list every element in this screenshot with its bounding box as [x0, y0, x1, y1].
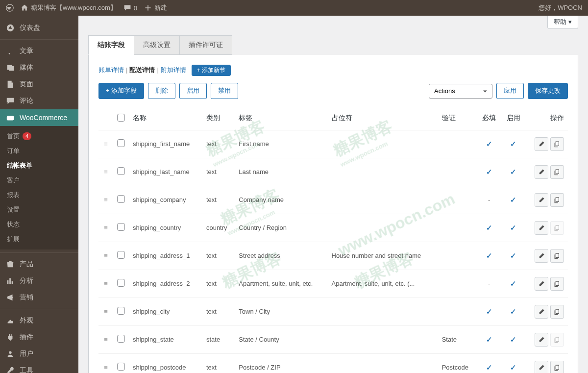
th-name: 名称 [129, 107, 202, 130]
new-link[interactable]: 新建 [144, 3, 167, 12]
table-row: ≡ shipping_address_2 text Apartment, sui… [98, 270, 568, 298]
cell-label: State / County [235, 325, 327, 353]
row-checkbox[interactable] [117, 139, 125, 147]
marketing-icon [6, 293, 15, 302]
table-row: ≡ shipping_company text Company name - ✓ [98, 186, 568, 214]
cell-placeholder [328, 325, 438, 353]
dashboard-icon [6, 24, 15, 32]
cell-enabled: ✓ [501, 242, 526, 270]
edit-button[interactable] [535, 361, 548, 373]
cell-placeholder [328, 186, 438, 214]
row-checkbox[interactable] [117, 195, 125, 203]
menu-item-page[interactable]: 页面 [0, 76, 78, 93]
edit-button[interactable] [535, 249, 548, 263]
cell-validation: State [438, 325, 477, 353]
th-enabled: 启用 [501, 107, 526, 130]
row-checkbox[interactable] [117, 167, 125, 175]
copy-button[interactable] [550, 137, 564, 151]
submenu-item[interactable]: 订单 [0, 144, 78, 158]
edit-button[interactable] [535, 333, 548, 347]
copy-button[interactable] [550, 249, 564, 263]
menu-item-product[interactable]: 产品 [0, 256, 78, 273]
add-field-button[interactable]: + 添加字段 [98, 83, 144, 99]
submenu-item[interactable]: 设置 [0, 202, 78, 217]
select-all-checkbox[interactable] [117, 114, 125, 122]
row-checkbox[interactable] [117, 223, 125, 231]
cell-name: shipping_address_2 [129, 270, 202, 298]
copy-button[interactable] [550, 165, 564, 179]
menu-item-tools[interactable]: 工具 [0, 362, 78, 373]
drag-handle[interactable]: ≡ [98, 325, 113, 353]
menu-label: 评论 [20, 97, 33, 105]
cell-validation [438, 242, 477, 270]
copy-button[interactable] [550, 277, 564, 291]
drag-handle[interactable]: ≡ [98, 242, 113, 270]
menu-item-analytics[interactable]: 分析 [0, 273, 78, 289]
drag-handle[interactable]: ≡ [98, 270, 113, 298]
apply-button[interactable]: 应用 [496, 83, 524, 99]
users-icon [6, 349, 15, 358]
menu-item-users[interactable]: 用户 [0, 346, 78, 362]
save-button[interactable]: 保存更改 [528, 83, 568, 99]
comments-link[interactable]: 0 [123, 4, 137, 12]
menu-item-comment[interactable]: 评论 [0, 93, 78, 109]
subsection-link[interactable]: 附加详情 [161, 66, 186, 74]
menu-item-dashboard[interactable]: 仪表盘 [0, 20, 78, 36]
cell-placeholder: House number and street name [328, 242, 438, 270]
row-checkbox[interactable] [117, 279, 125, 287]
menu-item-pin[interactable]: 文章 [0, 43, 78, 59]
menu-item-marketing[interactable]: 营销 [0, 289, 78, 306]
enable-button[interactable]: 启用 [179, 83, 207, 99]
edit-button[interactable] [535, 277, 548, 291]
edit-button[interactable] [535, 137, 548, 151]
menu-item-plugins[interactable]: 插件 [0, 329, 78, 346]
drag-handle[interactable]: ≡ [98, 130, 113, 158]
submenu-item[interactable]: 首页 4 [0, 129, 78, 144]
drag-handle[interactable]: ≡ [98, 298, 113, 325]
bulk-actions-select[interactable]: Actions [429, 84, 492, 99]
cell-label: Street address [235, 242, 327, 270]
submenu-item[interactable]: 报表 [0, 188, 78, 202]
menu-item-media[interactable]: 媒体 [0, 59, 78, 76]
help-tab[interactable]: 帮助 ▾ [547, 16, 578, 29]
menu-item-appearance[interactable]: 外观 [0, 312, 78, 329]
drag-handle[interactable]: ≡ [98, 353, 113, 373]
tab[interactable]: 插件许可证 [179, 35, 232, 55]
edit-button[interactable] [535, 305, 548, 319]
edit-button[interactable] [535, 165, 548, 179]
comment-icon [123, 4, 131, 12]
edit-button[interactable] [535, 221, 548, 235]
greeting[interactable]: 您好，WPOCN [539, 3, 582, 12]
site-name-link[interactable]: 糖果博客【www.wpocn.com】 [21, 3, 117, 12]
add-section-button[interactable]: + 添加新节 [192, 65, 231, 76]
cell-validation [438, 186, 477, 214]
wp-logo[interactable] [6, 4, 14, 12]
row-checkbox[interactable] [117, 251, 125, 259]
row-checkbox[interactable] [117, 307, 125, 315]
disable-button[interactable]: 禁用 [211, 83, 238, 99]
submenu-item[interactable]: 状态 [0, 217, 78, 232]
drag-handle[interactable]: ≡ [98, 186, 113, 214]
cell-label: Country / Region [235, 214, 327, 242]
copy-button[interactable] [550, 193, 564, 207]
submenu-item[interactable]: 结帐表单 [0, 158, 78, 173]
edit-button[interactable] [535, 193, 548, 207]
submenu-item[interactable]: 客户 [0, 173, 78, 188]
copy-button[interactable] [550, 305, 564, 319]
tab[interactable]: 结账字段 [88, 35, 134, 55]
submenu-item[interactable]: 扩展 [0, 232, 78, 247]
drag-handle[interactable]: ≡ [98, 158, 113, 186]
copy-button[interactable] [550, 361, 564, 373]
drag-handle[interactable]: ≡ [98, 214, 113, 242]
subsection-link[interactable]: 账单详情 [98, 66, 124, 74]
cell-required: ✓ [477, 353, 501, 373]
menu-item-woo[interactable]: WooCommerce [0, 109, 78, 126]
subsection-link[interactable]: 配送详情 [129, 66, 155, 74]
delete-button[interactable]: 删除 [148, 83, 175, 99]
row-checkbox[interactable] [117, 363, 125, 371]
tab[interactable]: 高级设置 [134, 35, 180, 55]
row-checkbox[interactable] [117, 335, 125, 343]
table-row: ≡ shipping_last_name text Last name ✓ ✓ [98, 158, 568, 186]
site-name: 糖果博客【www.wpocn.com】 [31, 3, 117, 12]
cell-label: First name [235, 130, 327, 158]
